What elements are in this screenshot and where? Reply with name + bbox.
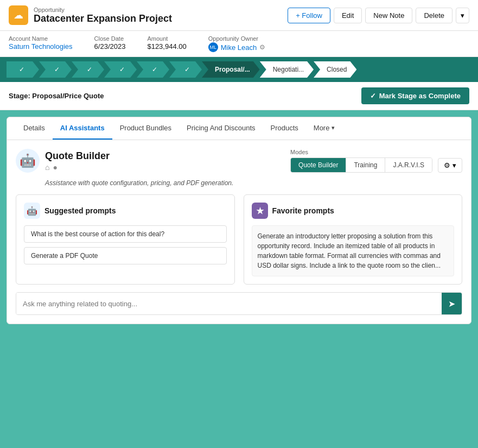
tab-ai-assistants[interactable]: AI Assistants — [53, 117, 112, 140]
stage-check-5: ✓ — [152, 66, 157, 73]
owner-link[interactable]: Mike Leach — [221, 43, 257, 52]
logo-icon: ☁ — [14, 9, 23, 21]
header-dropdown-button[interactable]: ▾ — [456, 8, 469, 23]
follow-button[interactable]: + Follow — [288, 8, 330, 23]
object-type: Opportunity — [34, 7, 172, 13]
account-label: Account Name — [9, 35, 73, 42]
account-link[interactable]: Saturn Technologies — [9, 42, 73, 51]
tab-details[interactable]: Details — [16, 117, 53, 140]
ai-description: Assistance with quote configuration, pri… — [45, 179, 462, 187]
stage-pill-2[interactable]: ✓ — [39, 61, 72, 78]
stage-pill-5[interactable]: ✓ — [137, 61, 169, 78]
stage-pill-9[interactable]: Closed — [314, 61, 356, 78]
new-note-button[interactable]: New Note — [365, 8, 412, 23]
ai-header-left: 🤖 Quote Builder ⌂ ● — [16, 149, 110, 173]
mode-training[interactable]: Training — [346, 158, 385, 172]
favorite-prompt-text[interactable]: Generate an introductory letter proposin… — [252, 225, 455, 276]
favorite-title-text: Favorite prompts — [272, 206, 334, 215]
follow-label: + Follow — [296, 11, 322, 20]
stage-6[interactable]: ✓ — [169, 61, 202, 78]
star-icon: ★ — [256, 206, 264, 216]
delete-button[interactable]: Delete — [416, 8, 452, 23]
tab-product-bundles[interactable]: Product Bundles — [112, 117, 179, 140]
owner-meta: Opportunity Owner ML Mike Leach ⚙ — [208, 35, 265, 52]
complete-checkmark-icon: ✓ — [370, 92, 376, 100]
edit-button[interactable]: Edit — [334, 8, 362, 23]
bottom-area — [0, 331, 478, 439]
complete-btn-label: Mark Stage as Complete — [379, 92, 461, 100]
suggested-title-text: Suggested prompts — [44, 206, 116, 215]
chevron-down-icon: ▾ — [461, 11, 464, 20]
stage-1[interactable]: ✓ — [7, 61, 39, 78]
header-actions: + Follow Edit New Note Delete ▾ — [288, 8, 469, 23]
robot-icon-small: 🤖 — [27, 206, 37, 216]
stage-4[interactable]: ✓ — [104, 61, 137, 78]
amount-value: $123,944.00 — [147, 42, 186, 51]
owner-settings-icon: ⚙ — [259, 43, 265, 51]
stage-label-8: Negotiati... — [273, 66, 304, 73]
pipeline-bar: ✓ ✓ ✓ ✓ ✓ ✓ Proposal/... Negotiati... — [0, 57, 478, 82]
owner-value: ML Mike Leach ⚙ — [208, 42, 265, 52]
modes-label: Modes — [290, 149, 432, 155]
home-icon: ⌂ — [45, 163, 49, 172]
stage-3[interactable]: ✓ — [72, 61, 104, 78]
prompt-pdf-quote[interactable]: Generate a PDF Quote — [24, 247, 227, 264]
ai-name-icons: ⌂ ● — [45, 163, 110, 172]
mode-buttons: Quote Builder Training J.A.R.V.I.S — [290, 157, 432, 173]
edit-label: Edit — [342, 11, 354, 20]
ai-modes-block: Modes Quote Builder Training J.A.R.V.I.S — [290, 149, 462, 173]
favorite-prompts-title: ★ Favorite prompts — [252, 203, 455, 219]
stage-5[interactable]: ✓ — [137, 61, 169, 78]
stage-pill-4[interactable]: ✓ — [104, 61, 137, 78]
tab-products[interactable]: Products — [263, 117, 306, 140]
stage-pill-1[interactable]: ✓ — [7, 61, 39, 78]
mode-quote-builder[interactable]: Quote Builder — [291, 158, 346, 172]
stage-9[interactable]: Closed — [314, 61, 356, 78]
stage-pill-7[interactable]: Proposal/... — [202, 61, 260, 78]
stage-8[interactable]: Negotiati... — [260, 61, 314, 78]
stage-7[interactable]: Proposal/... — [202, 61, 260, 78]
close-date-meta: Close Date 6/23/2023 — [94, 35, 126, 51]
main-card: Details AI Assistants Product Bundles Pr… — [7, 117, 471, 324]
tab-pricing-discounts[interactable]: Pricing And Discounts — [179, 117, 263, 140]
mark-stage-complete-button[interactable]: ✓ Mark Stage as Complete — [361, 87, 469, 104]
stage-label-9: Closed — [327, 66, 347, 73]
robot-icon: 🤖 — [20, 153, 36, 168]
amount-meta: Amount $123,944.00 — [147, 35, 186, 51]
suggested-prompts-title: 🤖 Suggested prompts — [24, 203, 227, 219]
stage-pill-6[interactable]: ✓ — [169, 61, 202, 78]
send-icon: ➤ — [448, 299, 455, 309]
ask-input[interactable] — [16, 293, 442, 314]
owner-label: Opportunity Owner — [208, 35, 265, 42]
amount-label: Amount — [147, 35, 186, 42]
close-date-label: Close Date — [94, 35, 126, 42]
new-note-label: New Note — [373, 11, 404, 20]
stage-check-4: ✓ — [119, 66, 125, 73]
app-logo: ☁ — [9, 5, 28, 25]
modes-container: Modes Quote Builder Training J.A.R.V.I.S — [290, 149, 432, 173]
suggested-prompts-icon: 🤖 — [24, 203, 40, 219]
settings-dropdown-icon: ▾ — [452, 161, 456, 169]
header-left: ☁ Opportunity Datacenter Expansion Proje… — [9, 5, 172, 25]
tabs-bar: Details AI Assistants Product Bundles Pr… — [7, 117, 471, 140]
chat-icon: ● — [53, 163, 57, 172]
ai-avatar: 🤖 — [16, 149, 40, 173]
ai-settings-button[interactable]: ⚙ ▾ — [438, 158, 462, 173]
tab-more[interactable]: More ▾ — [306, 117, 343, 140]
prompt-best-course[interactable]: What is the best course of action for th… — [24, 225, 227, 243]
stage-check-2: ✓ — [54, 66, 60, 73]
page-title: Datacenter Expansion Project — [34, 13, 172, 24]
favorite-prompts-icon: ★ — [252, 203, 268, 219]
delete-label: Delete — [424, 11, 444, 20]
stage-label: Stage: Proposal/Price Quote — [9, 92, 104, 100]
stage-action-bar: Stage: Proposal/Price Quote ✓ Mark Stage… — [0, 82, 478, 110]
ask-bar: ➤ — [16, 292, 462, 315]
stage-pill-8[interactable]: Negotiati... — [260, 61, 314, 78]
stage-label-7: Proposal/... — [215, 66, 250, 73]
favorite-prompts-box: ★ Favorite prompts Generate an introduct… — [244, 194, 463, 285]
stage-pill-3[interactable]: ✓ — [72, 61, 104, 78]
header-title-block: Opportunity Datacenter Expansion Project — [34, 7, 172, 24]
ask-send-button[interactable]: ➤ — [442, 293, 462, 314]
stage-2[interactable]: ✓ — [39, 61, 72, 78]
mode-jarvis[interactable]: J.A.R.V.I.S — [385, 158, 432, 172]
